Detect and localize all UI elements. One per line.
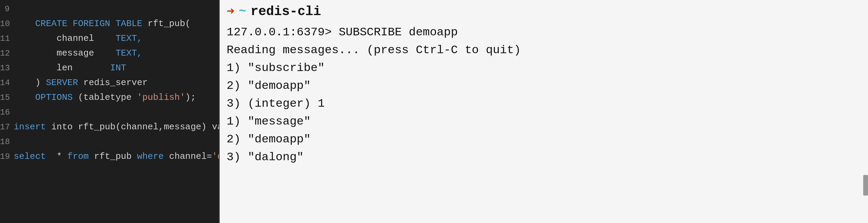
token: redis_server [78, 78, 148, 88]
token: * [46, 151, 67, 162]
token: OPTIONS [35, 92, 72, 103]
token [14, 19, 35, 29]
line-content: select * from rft_pub where channel='dem… [14, 149, 220, 164]
token: insert [14, 122, 46, 132]
token: SERVER [46, 78, 78, 88]
line-number: 16 [0, 105, 14, 120]
terminal-arrow-icon: ➜ [227, 3, 235, 19]
line-number: 11 [0, 32, 14, 46]
code-line: 10 CREATE FOREIGN TABLE rft_pub( [0, 16, 219, 31]
line-number: 19 [0, 150, 14, 164]
code-line: 13 len INT [0, 61, 219, 75]
code-line: 17insert into rft_pub(channel,message) v… [0, 120, 219, 134]
terminal-title: redis-cli [251, 4, 321, 19]
code-line: 14 ) SERVER redis_server [0, 75, 219, 90]
token: ) [14, 78, 46, 88]
token: rft_pub( [142, 19, 190, 29]
line-number: 10 [0, 17, 14, 31]
line-number: 9 [0, 2, 14, 16]
token: TEXT, [94, 48, 142, 58]
terminal-pane: ➜ ~ redis-cli 127.0.0.1:6379> SUBSCRIBE … [220, 0, 868, 223]
token: select [14, 151, 46, 162]
line-content: CREATE FOREIGN TABLE rft_pub( [14, 16, 219, 31]
line-content: message TEXT, [14, 46, 219, 60]
token: 'demoapp' [212, 151, 220, 162]
token: channel [14, 33, 94, 44]
terminal-line: Reading messages... (press Ctrl-C to qui… [227, 41, 861, 59]
token: CREATE FOREIGN TABLE [35, 19, 142, 29]
token: channel= [164, 151, 212, 162]
line-content [14, 134, 219, 149]
line-number: 13 [0, 61, 14, 75]
code-line: 11 channel TEXT, [0, 31, 219, 46]
terminal-line: 2) "demoapp" [227, 130, 861, 148]
token [14, 92, 35, 103]
token: ); [185, 92, 196, 103]
scrollbar[interactable] [863, 175, 868, 196]
terminal-line: 3) "dalong" [227, 148, 861, 166]
terminal-line: 1) "message" [227, 113, 861, 130]
code-line: 19select * from rft_pub where channel='d… [0, 149, 219, 164]
code-line: 18 [0, 134, 219, 149]
terminal-line: 1) "subscribe" [227, 59, 861, 77]
line-number: 17 [0, 120, 14, 134]
token: INT [73, 63, 126, 73]
line-content: channel TEXT, [14, 31, 219, 46]
token: where [137, 151, 164, 162]
token: from [67, 151, 89, 162]
terminal-line: 2) "demoapp" [227, 77, 861, 95]
terminal-header: ➜ ~ redis-cli [227, 3, 861, 19]
code-line: 9 [0, 2, 219, 16]
line-content [14, 2, 219, 16]
code-line: 12 message TEXT, [0, 46, 219, 61]
line-content: ) SERVER redis_server [14, 75, 219, 90]
line-number: 15 [0, 91, 14, 105]
line-content [14, 105, 219, 119]
line-content: len INT [14, 61, 219, 75]
terminal-line: 127.0.0.1:6379> SUBSCRIBE demoapp [227, 23, 861, 41]
token: 'publish' [137, 92, 185, 103]
token: (tabletype [73, 92, 137, 103]
terminal-tilde: ~ [239, 4, 247, 19]
line-number: 14 [0, 76, 14, 90]
line-number: 12 [0, 46, 14, 61]
code-line: 16 [0, 105, 219, 120]
token: rft_pub [89, 151, 137, 162]
terminal-body: 127.0.0.1:6379> SUBSCRIBE demoappReading… [227, 23, 861, 166]
token: len [14, 63, 73, 73]
terminal-line: 3) (integer) 1 [227, 95, 861, 113]
code-editor-pane: 9 10 CREATE FOREIGN TABLE rft_pub(11 cha… [0, 0, 220, 223]
line-content: insert into rft_pub(channel,message) val… [14, 120, 220, 134]
code-line: 15 OPTIONS (tabletype 'publish'); [0, 90, 219, 105]
token: TEXT, [94, 33, 142, 44]
code-editor: 9 10 CREATE FOREIGN TABLE rft_pub(11 cha… [0, 0, 219, 223]
line-number: 18 [0, 135, 14, 149]
token: message [14, 48, 94, 58]
token: into rft_pub(channel,message) values( [46, 122, 220, 132]
line-content: OPTIONS (tabletype 'publish'); [14, 90, 219, 105]
